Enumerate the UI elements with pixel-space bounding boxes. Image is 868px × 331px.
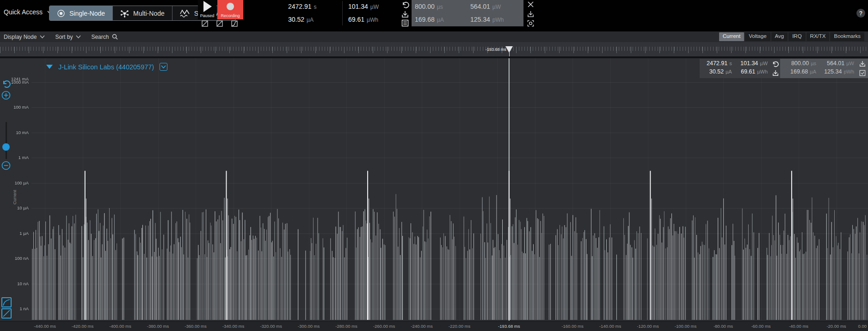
export-icon[interactable]: [859, 61, 866, 67]
tab-rxtx[interactable]: RX/TX: [806, 32, 830, 41]
scope-view-icon: [180, 9, 190, 18]
chart-live-power-energy: 101.34µW 69.61µWh: [735, 59, 770, 78]
diagonal-box-icon[interactable]: [202, 20, 208, 27]
save-image-icon[interactable]: [859, 70, 866, 76]
toolbar-icon-column: [400, 1, 411, 27]
tab-irq[interactable]: IRQ: [788, 32, 805, 41]
tab-label: Multi-Node: [133, 10, 165, 17]
tab-label: Single-Node: [69, 10, 105, 17]
play-button-label: Paused: [200, 13, 215, 18]
quick-access-menu[interactable]: Quick Access: [4, 8, 52, 16]
timeline-overview-ruler[interactable]: [0, 42, 868, 56]
live-energy-unit: µWh: [367, 17, 378, 23]
selection-duration-value: 800.00: [415, 3, 435, 10]
x-axis-tick-label: -20.00 ms: [826, 324, 846, 329]
x-axis-tick-label: -420.00 ms: [72, 324, 94, 329]
x-axis-tick-label: -80.00 ms: [714, 324, 733, 329]
live-power-energy-group: 101.34µW 69.61µWh: [348, 0, 379, 26]
value: 101.34: [740, 60, 758, 67]
live-time-value: 2472.91: [288, 3, 312, 10]
y-axis-tick-label: 10 nA: [1, 281, 29, 286]
zoom-slider-knob[interactable]: [2, 143, 10, 151]
record-icon: [224, 0, 236, 13]
trace-toggle-icons: [202, 20, 238, 27]
display-node-label: Display Node: [4, 34, 37, 40]
value: 564.01: [827, 60, 844, 67]
divider: [342, 1, 343, 25]
collapse-triangle-icon[interactable]: [46, 65, 53, 69]
zoom-slider-track[interactable]: [6, 122, 7, 159]
live-power-value: 101.34: [348, 3, 368, 10]
live-energy-value: 69.61: [348, 16, 364, 23]
x-axis-tick-label: -320.00 ms: [260, 324, 282, 329]
selection-current-value: 169.68: [415, 16, 435, 23]
close-icon[interactable]: [527, 1, 534, 8]
selection-measurements-section: 800.00µs 169.68µA 564.01µW 125.34pWh: [412, 0, 523, 26]
y-axis-tick-label: 100 mA: [1, 104, 29, 110]
record-button[interactable]: Recording: [217, 0, 243, 19]
export-icon[interactable]: [772, 70, 779, 76]
help-label: ?: [859, 10, 862, 17]
value: 2472.91: [707, 60, 727, 67]
tab-multi-node[interactable]: Multi-Node: [113, 6, 172, 20]
curve-box-icon[interactable]: [231, 20, 238, 27]
cursor-marker-stem: [509, 52, 510, 56]
log-scale-button[interactable]: [1, 297, 12, 307]
multi-node-icon: [120, 9, 129, 18]
cursor-time-label: -193.68 ms: [479, 47, 506, 52]
screenshot-icon[interactable]: [527, 20, 534, 27]
search-control[interactable]: Search: [91, 34, 118, 40]
ruler-major-ticks: [0, 47, 868, 53]
chart-sel-power-energy: 564.01µW 125.34pWh: [819, 59, 857, 78]
export-icon[interactable]: [401, 11, 409, 18]
zoom-out-icon[interactable]: [1, 161, 11, 170]
live-power-unit: µW: [370, 4, 379, 10]
y-axis-tick-label: 100 µA: [1, 180, 29, 185]
chart-selection-measurements: 800.00µs 169.68µA 564.01µW 125.34pWh: [780, 59, 868, 78]
search-label: Search: [91, 34, 109, 40]
cursor-marker-icon[interactable]: [505, 46, 513, 53]
chevron-down-icon: [76, 35, 81, 38]
x-axis-tick-label: -120.00 ms: [637, 324, 659, 329]
undo-icon[interactable]: [772, 61, 779, 67]
chart-sel-icons: [857, 59, 868, 78]
help-button[interactable]: ?: [856, 9, 865, 18]
tab-avg[interactable]: Avg: [771, 32, 788, 41]
live-time-current-group: 2472.91s 30.52µA: [288, 0, 317, 26]
live-current-value: 30.52: [288, 16, 304, 23]
reset-zoom-icon[interactable]: [1, 80, 11, 89]
sort-by-label: Sort by: [55, 34, 73, 40]
y-axis-tick-label: 1 µA: [1, 231, 29, 236]
x-axis-tick-label: -260.00 ms: [373, 324, 395, 329]
chart-live-time-current: 2472.91s 30.52µA: [700, 59, 735, 78]
undo-icon[interactable]: [401, 1, 409, 9]
tab-single-node[interactable]: Single-Node: [49, 6, 113, 20]
diagonal-box-icon[interactable]: [216, 20, 223, 27]
unit: s: [729, 61, 732, 66]
quick-access-label: Quick Access: [4, 8, 43, 16]
unit: µW: [760, 61, 768, 66]
x-axis-tick-label: -440.00 ms: [34, 324, 56, 329]
y-axis-tick-label: 10 mA: [1, 130, 29, 135]
single-node-icon: [57, 9, 65, 18]
play-button[interactable]: Paused: [198, 0, 216, 19]
tab-current[interactable]: Current: [719, 32, 744, 41]
selection-power-value: 564.01: [470, 3, 490, 10]
tab-bookmarks[interactable]: Bookmarks: [830, 32, 864, 41]
chart-meas-icons: [770, 59, 780, 78]
chevron-down-icon: [40, 35, 45, 38]
zoom-in-icon[interactable]: [1, 91, 11, 100]
tab-voltage[interactable]: Voltage: [745, 32, 770, 41]
list-icon[interactable]: [401, 19, 409, 27]
value: 125.34: [824, 68, 842, 75]
linear-scale-button[interactable]: [1, 308, 12, 319]
display-node-dropdown[interactable]: Display Node: [4, 34, 45, 40]
x-axis-tick-label: -360.00 ms: [185, 324, 207, 329]
node-title: J-Link Silicon Labs (440205977): [58, 63, 154, 71]
current-waveform-chart[interactable]: [31, 58, 868, 321]
x-axis-tick-label: -100.00 ms: [675, 324, 697, 329]
x-axis-tick-label: 0.00: [858, 324, 867, 329]
export-icon[interactable]: [527, 11, 534, 18]
node-options-checkbox[interactable]: [160, 63, 167, 71]
sort-by-dropdown[interactable]: Sort by: [55, 34, 81, 40]
